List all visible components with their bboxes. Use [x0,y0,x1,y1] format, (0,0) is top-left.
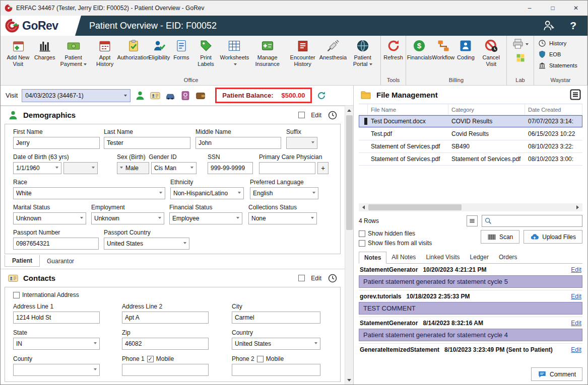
scrollbar-thumb[interactable] [368,204,462,210]
pcp-input[interactable] [259,162,315,174]
manage-insurance-button[interactable]: Manage Insurance [250,39,285,67]
column-file-name[interactable]: File Name [368,104,448,115]
history-button[interactable]: History [534,38,587,49]
county-select[interactable] [13,364,100,376]
visit-selector[interactable]: 04/03/2023 (34467-1) [22,89,130,102]
tab-ledger[interactable]: Ledger [465,252,494,263]
note-edit-link[interactable]: Edit [571,346,581,353]
last-name-input[interactable]: Tester [104,137,190,149]
file-row[interactable]: Test.pdf Covid Results 06/15/2023 10:22 [359,128,582,140]
comment-button[interactable]: Comment [531,367,582,381]
preferred-language-select[interactable]: English [250,187,318,199]
encounter-history-button[interactable]: Encounter History [285,39,320,67]
scroll-down-button[interactable] [345,376,354,384]
eob-button[interactable]: EOB [534,49,587,60]
tab-guarantor[interactable]: Guarantor [40,256,81,267]
dob-age-select[interactable] [63,162,98,174]
tab-linked-visits[interactable]: Linked Visits [421,252,465,263]
file-row[interactable]: Statement of Services.pdf Statement of S… [359,153,582,166]
add-pcp-button[interactable]: + [317,162,329,174]
patient-payment-button[interactable]: Patient Payment [56,39,91,67]
list-menu-icon[interactable] [467,215,478,226]
state-select[interactable]: IN [13,338,100,350]
contacts-history-icon[interactable] [328,273,338,283]
scroll-up-button[interactable] [345,106,354,114]
lab-print-button[interactable] [512,38,529,50]
show-hidden-files-checkbox[interactable] [359,230,365,237]
phone2-mobile-checkbox[interactable] [257,356,264,362]
ethnicity-select[interactable]: Non-Hispanic/Latino [170,187,244,199]
collections-status-select[interactable]: None [248,212,317,224]
help-button[interactable]: ? [570,20,576,32]
zip-input[interactable]: 46082 [122,338,209,350]
scroll-left-button[interactable] [359,203,367,212]
phone1-input[interactable] [122,364,209,376]
race-select[interactable]: White [13,187,165,199]
worksheets-button[interactable]: Worksheets [219,39,250,67]
ssn-input[interactable]: 999-99-9999 [208,162,253,174]
scroll-right-button[interactable] [574,203,582,212]
refresh-button[interactable]: Refresh [382,39,405,61]
address1-input[interactable]: 1214 Hold St [13,312,100,324]
first-name-input[interactable]: Jerry [13,137,100,149]
dob-select[interactable]: 1/1/1960 [13,162,61,174]
forms-button[interactable]: Forms [170,39,192,61]
tab-all-notes[interactable]: All Notes [386,252,421,263]
sex-select[interactable]: Male [117,162,149,174]
show-all-visits-checkbox[interactable] [359,240,365,247]
authorization-button[interactable]: Authorization [119,39,148,61]
transport-icon[interactable] [165,90,176,101]
charges-button[interactable]: Charges [34,39,56,61]
anesthesia-button[interactable]: Anesthesia [320,39,346,61]
close-button[interactable]: ✕ [564,1,587,16]
scrollbar-thumb[interactable] [346,115,353,230]
minimize-button[interactable]: – [518,1,541,16]
phone2-input[interactable] [232,364,320,376]
country-select[interactable]: United States [232,338,320,350]
suffix-select[interactable] [286,137,317,149]
phone1-mobile-checkbox[interactable] [147,356,154,362]
demographics-edit-checkbox[interactable] [298,112,305,118]
contact-card-icon[interactable] [150,90,161,101]
search-input[interactable] [494,217,580,224]
note-edit-link[interactable]: Edit [571,266,581,273]
patient-icon[interactable] [135,90,146,101]
international-address-checkbox[interactable] [13,292,20,298]
file-row[interactable]: Statement of Services.pdf SB490 08/10/20… [359,140,582,153]
upload-files-button[interactable]: Upload Files [524,230,582,244]
file-row[interactable]: Test Document.docx COVID Results 07/07/2… [359,115,582,128]
note-edit-link[interactable]: Edit [571,320,581,327]
workflow-button[interactable]: Workflow [432,39,454,61]
coding-button[interactable]: Coding [454,39,477,61]
column-date-created[interactable]: Date Created [525,104,582,115]
cancel-visit-button[interactable]: Cancel Visit [477,39,505,67]
column-category[interactable]: Category [448,104,525,115]
note-edit-link[interactable]: Edit [571,293,581,300]
print-labels-button[interactable]: Print Labels [192,39,219,67]
wallet-icon[interactable] [195,90,206,101]
scan-button[interactable]: Scan [481,230,519,244]
passport-icon[interactable] [180,90,191,101]
financials-button[interactable]: $ Financials [407,39,432,61]
maximize-button[interactable]: □ [541,1,564,16]
file-management-menu-icon[interactable] [569,89,581,101]
eligibility-button[interactable]: Eligibility [148,39,170,61]
tab-orders[interactable]: Orders [494,252,522,263]
tab-notes[interactable]: Notes [359,252,386,264]
contacts-edit-checkbox[interactable] [298,275,305,281]
user-access-icon[interactable] [543,19,556,32]
passport-country-select[interactable]: United States [104,238,189,250]
patient-portal-button[interactable]: Patient Portal [346,39,379,67]
refresh-balance-icon[interactable] [316,90,327,101]
marital-status-select[interactable]: Unknown [13,212,86,224]
financial-status-select[interactable]: Employee [169,212,242,224]
passport-number-input[interactable]: 0987654321 [13,238,99,250]
gender-id-select[interactable]: Cis Man [151,162,197,174]
city-input[interactable]: Carmel [232,312,320,324]
employment-select[interactable]: Unknown [91,212,164,224]
statements-button[interactable]: Statements [534,60,587,71]
lab-panel-icon[interactable] [515,53,526,63]
middle-name-input[interactable]: John [195,137,281,149]
address2-input[interactable]: Apt A [122,312,209,324]
demographics-history-icon[interactable] [328,110,338,120]
